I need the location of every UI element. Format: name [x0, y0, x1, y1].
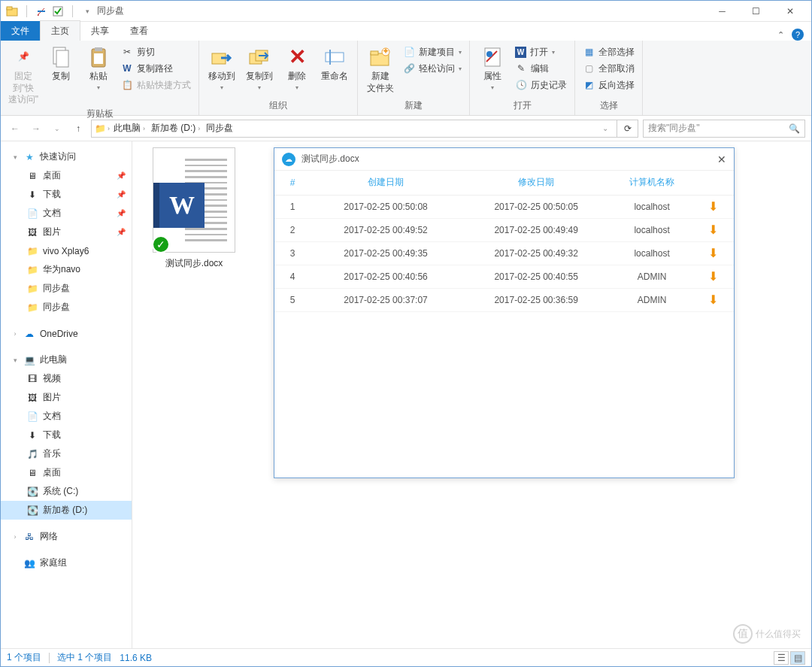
tab-share[interactable]: 共享	[80, 21, 120, 41]
svg-rect-11	[326, 53, 344, 62]
tree-network[interactable]: ›🖧网络	[1, 527, 132, 546]
new-item-button[interactable]: 📄新建项目 ▾	[400, 44, 465, 60]
select-none-button[interactable]: ▢全部取消	[580, 60, 638, 77]
nav-up-button[interactable]: ↑	[70, 120, 86, 137]
tab-view[interactable]: 查看	[120, 21, 159, 41]
open-button[interactable]: W打开 ▾	[512, 44, 570, 60]
tree-quick-item[interactable]: 📁同步盘	[1, 279, 132, 298]
view-details-button[interactable]: ☰	[774, 651, 789, 665]
tab-home[interactable]: 主页	[40, 20, 80, 41]
tree-pc-item[interactable]: 💽系统 (C:)	[1, 482, 132, 501]
rename-button[interactable]: 重命名	[317, 44, 353, 83]
ribbon: 📌固定到"快 速访问" 复制 粘贴▾ ✂剪切 W复制路径 📋粘贴快捷方式 剪贴板…	[1, 41, 811, 116]
search-placeholder: 搜索"同步盘"	[648, 122, 700, 135]
download-icon[interactable]: ⬇	[708, 223, 718, 236]
view-icons-button[interactable]: ▤	[790, 651, 805, 665]
download-icon[interactable]: ⬇	[708, 200, 718, 213]
svg-rect-14	[371, 51, 378, 55]
qat-dropdown-icon[interactable]: ▾	[80, 5, 94, 18]
history-button[interactable]: 🕓历史记录	[512, 77, 570, 93]
tree-pc-item[interactable]: 🎵音乐	[1, 444, 132, 463]
table-row[interactable]: 12017-02-25 00:50:082017-02-25 00:50:05l…	[274, 195, 734, 218]
table-row[interactable]: 52017-02-25 00:37:072017-02-25 00:36:59A…	[274, 288, 734, 311]
col-modified[interactable]: 修改日期	[461, 171, 611, 195]
status-bar: 1 个项目 选中 1 个项目 11.6 KB ☰ ▤	[1, 648, 811, 666]
maximize-button[interactable]: ☐	[739, 1, 773, 22]
tree-this-pc[interactable]: ▾💻此电脑	[1, 350, 132, 369]
group-label-open: 打开	[474, 98, 570, 114]
breadcrumb-dropdown-icon[interactable]: ⌄	[597, 120, 614, 137]
download-icon[interactable]: ⬇	[708, 293, 718, 306]
tree-quick-item[interactable]: 📁华为navo	[1, 260, 132, 279]
new-folder-button[interactable]: ✦新建 文件夹	[362, 44, 398, 94]
ribbon-group-open: 属性▾ W打开 ▾ ✎编辑 🕓历史记录 打开	[470, 41, 575, 115]
col-created[interactable]: 创建日期	[311, 171, 461, 195]
panel-close-button[interactable]: ✕	[717, 153, 726, 165]
cut-button[interactable]: ✂剪切	[118, 44, 194, 60]
version-history-panel: ☁ 测试同步.docx ✕ # 创建日期 修改日期 计算机名称 12017-02…	[274, 147, 735, 478]
panel-title: 测试同步.docx	[301, 153, 359, 165]
search-box[interactable]: 搜索"同步盘" 🔍	[643, 120, 805, 138]
breadcrumb-thispc: 此电脑›	[111, 122, 147, 135]
group-label-new: 新建	[362, 98, 465, 114]
tree-quick-item[interactable]: 🖥桌面📌	[1, 166, 132, 185]
tab-file[interactable]: 文件	[1, 21, 40, 41]
help-icon[interactable]: ?	[792, 29, 804, 41]
nav-recent-button[interactable]: ⌄	[49, 120, 65, 137]
refresh-button[interactable]: ⟳	[617, 120, 638, 138]
breadcrumb[interactable]: 📁 › 此电脑› 新加卷 (D:)› 同步盘 ⌄	[91, 120, 617, 138]
invert-selection-button[interactable]: ◩反向选择	[580, 77, 638, 93]
tree-onedrive[interactable]: ›☁OneDrive	[1, 324, 132, 343]
table-row[interactable]: 42017-02-25 00:40:562017-02-25 00:40:55A…	[274, 265, 734, 288]
tree-quick-item[interactable]: 📁vivo Xplay6	[1, 241, 132, 260]
move-to-button[interactable]: 移动到▾	[204, 44, 240, 92]
collapse-ribbon-icon[interactable]: ⌃	[777, 30, 784, 40]
tree-pc-item[interactable]: ⬇下载	[1, 426, 132, 444]
pin-to-quickaccess-button[interactable]: 📌固定到"快 速访问"	[5, 44, 41, 106]
select-all-button[interactable]: ▦全部选择	[580, 44, 638, 60]
copy-path-button[interactable]: W复制路径	[118, 60, 194, 77]
col-num[interactable]: #	[274, 171, 311, 195]
col-computer[interactable]: 计算机名称	[611, 171, 692, 195]
tree-pc-item[interactable]: 📄文档	[1, 407, 132, 426]
address-bar: ← → ⌄ ↑ 📁 › 此电脑› 新加卷 (D:)› 同步盘 ⌄ ⟳ 搜索"同步…	[1, 116, 811, 141]
svg-point-18	[486, 51, 492, 57]
delete-button[interactable]: ✕删除▾	[279, 44, 315, 92]
nav-back-button[interactable]: ←	[7, 120, 23, 137]
svg-rect-1	[7, 7, 12, 10]
qat-properties-icon[interactable]	[35, 5, 48, 18]
qat-checkbox-icon[interactable]	[51, 5, 65, 18]
tree-pc-item[interactable]: 💽新加卷 (D:)	[1, 501, 132, 520]
tree-quick-item[interactable]: 📄文档📌	[1, 204, 132, 223]
tree-quick-item[interactable]: ⬇下载📌	[1, 185, 132, 204]
download-icon[interactable]: ⬇	[708, 247, 718, 259]
status-size: 11.6 KB	[120, 653, 152, 663]
edit-button[interactable]: ✎编辑	[512, 60, 570, 77]
paste-button[interactable]: 粘贴▾	[80, 44, 117, 92]
search-icon[interactable]: 🔍	[789, 123, 800, 134]
tree-homegroup[interactable]: 👥家庭组	[1, 553, 132, 572]
table-row[interactable]: 32017-02-25 00:49:352017-02-25 00:49:32l…	[274, 241, 734, 265]
tree-quick-item[interactable]: 📁同步盘	[1, 298, 132, 317]
tree-pc-item[interactable]: 🖼图片	[1, 388, 132, 407]
svg-rect-7	[94, 53, 103, 64]
close-button[interactable]: ✕	[773, 1, 807, 22]
copy-button[interactable]: 复制	[43, 44, 79, 83]
file-name: 测试同步.docx	[141, 257, 247, 270]
tree-pc-item[interactable]: 🖥桌面	[1, 463, 132, 482]
breadcrumb-volume: 新加卷 (D:)›	[149, 122, 202, 135]
breadcrumb-folder: 同步盘	[204, 122, 235, 135]
copy-to-button[interactable]: 复制到▾	[241, 44, 277, 92]
tree-quick-access[interactable]: ▾★快速访问	[1, 147, 132, 166]
nav-forward-button[interactable]: →	[28, 120, 44, 137]
easy-access-button[interactable]: 🔗轻松访问 ▾	[400, 60, 465, 77]
svg-rect-17	[485, 48, 500, 66]
properties-button[interactable]: 属性▾	[474, 44, 511, 92]
table-row[interactable]: 22017-02-25 00:49:522017-02-25 00:49:49l…	[274, 218, 734, 241]
paste-shortcut-button[interactable]: 📋粘贴快捷方式	[118, 77, 194, 93]
tree-quick-item[interactable]: 🖼图片📌	[1, 223, 132, 241]
file-tile[interactable]: W ✓ 测试同步.docx	[141, 147, 247, 270]
minimize-button[interactable]: ─	[705, 1, 739, 22]
download-icon[interactable]: ⬇	[708, 270, 718, 283]
tree-pc-item[interactable]: 🎞视频	[1, 369, 132, 388]
